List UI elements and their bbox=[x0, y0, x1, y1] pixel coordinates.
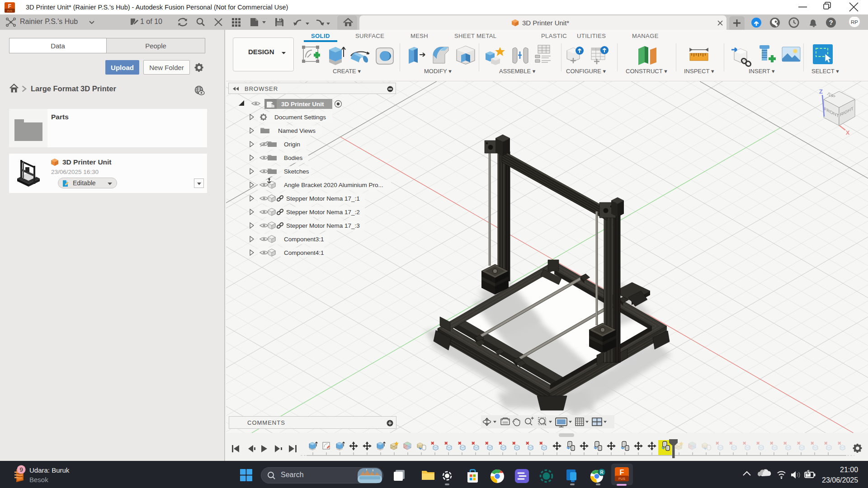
svg-text:Component4:1: Component4:1 bbox=[284, 249, 324, 256]
svg-text:Bodies: Bodies bbox=[284, 155, 303, 161]
svg-text:Stepper Motor Nema 17_:2: Stepper Motor Nema 17_:2 bbox=[286, 209, 360, 216]
svg-text:Origin: Origin bbox=[284, 141, 300, 148]
svg-text:F: F bbox=[8, 3, 11, 9]
svg-text:R: R bbox=[600, 470, 604, 475]
svg-text:9: 9 bbox=[19, 466, 23, 473]
svg-text:Named Views: Named Views bbox=[278, 127, 316, 134]
svg-text:Document Settings: Document Settings bbox=[274, 114, 326, 121]
svg-text:FUS: FUS bbox=[618, 477, 625, 481]
svg-text:Z: Z bbox=[819, 88, 823, 95]
svg-text:FUS: FUS bbox=[7, 9, 12, 12]
svg-text:X: X bbox=[846, 129, 850, 136]
svg-text:Component3:1: Component3:1 bbox=[284, 236, 324, 243]
svg-text:Sketches: Sketches bbox=[284, 168, 309, 175]
svg-text:F: F bbox=[620, 468, 624, 476]
svg-text:Angle Bracket 2020 Aluminium P: Angle Bracket 2020 Aluminium Pro... bbox=[284, 182, 383, 188]
svg-text:?: ? bbox=[829, 19, 833, 26]
svg-text:Stepper Motor Nema 17_:1: Stepper Motor Nema 17_:1 bbox=[286, 195, 360, 202]
svg-text:RP: RP bbox=[851, 19, 858, 25]
svg-text:3D Printer Unit: 3D Printer Unit bbox=[281, 101, 324, 108]
svg-text:Stepper Motor Nema 17_:3: Stepper Motor Nema 17_:3 bbox=[286, 222, 360, 229]
